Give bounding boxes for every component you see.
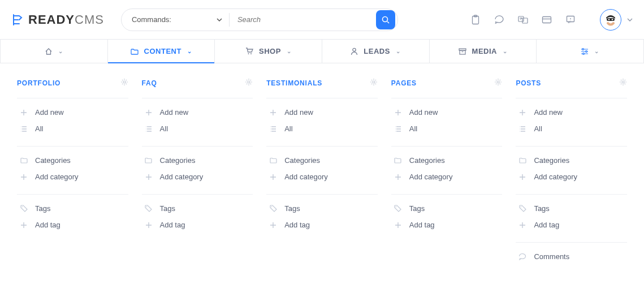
posts-add-category[interactable]: Add category bbox=[516, 169, 627, 185]
sliders-icon bbox=[581, 48, 589, 55]
posts-add-tag[interactable]: Add tag bbox=[516, 217, 627, 233]
testimonials-add-category[interactable]: Add category bbox=[266, 169, 378, 185]
testimonials-all[interactable]: All bbox=[266, 120, 378, 137]
folder-icon bbox=[19, 157, 28, 163]
column-title: PORTFOLIO bbox=[17, 79, 60, 87]
faq-tags[interactable]: Tags bbox=[142, 200, 253, 217]
label: Add new bbox=[534, 108, 563, 117]
nav-media[interactable]: MEDIA ⌄ bbox=[430, 40, 537, 63]
logo[interactable]: READYCMS bbox=[11, 12, 104, 27]
pages-tags[interactable]: Tags bbox=[391, 200, 503, 217]
testimonials-categories[interactable]: Categories bbox=[266, 152, 378, 169]
plus-icon bbox=[144, 109, 153, 116]
gear-icon[interactable] bbox=[494, 78, 502, 88]
folder-icon bbox=[518, 157, 527, 163]
label: Add new bbox=[35, 108, 64, 117]
faq-add-category[interactable]: Add category bbox=[142, 169, 253, 185]
commands-label: Commands: bbox=[132, 15, 171, 24]
pages-add-new[interactable]: Add new bbox=[391, 104, 503, 120]
nav-leads-label: LEADS bbox=[364, 47, 390, 55]
list-icon bbox=[19, 126, 28, 132]
posts-tags[interactable]: Tags bbox=[516, 200, 627, 217]
column-portfolio: PORTFOLIO Add new All Categories Add cat… bbox=[10, 74, 135, 278]
plus-icon bbox=[394, 109, 403, 116]
plus-icon bbox=[19, 174, 28, 180]
portfolio-add-tag[interactable]: Add tag bbox=[17, 217, 128, 233]
plus-icon bbox=[19, 109, 28, 116]
label: Comments bbox=[534, 252, 569, 261]
gear-icon[interactable] bbox=[619, 78, 627, 88]
faq-add-tag[interactable]: Add tag bbox=[142, 217, 253, 233]
nav-shop[interactable]: SHOP ⌄ bbox=[215, 40, 322, 63]
nav-content[interactable]: CONTENT ⌄ bbox=[108, 40, 215, 63]
label: Categories bbox=[160, 156, 196, 165]
search-input[interactable] bbox=[230, 15, 376, 24]
posts-add-new[interactable]: Add new bbox=[516, 104, 627, 120]
card-icon[interactable] bbox=[541, 14, 552, 25]
chat-icon[interactable] bbox=[494, 14, 505, 25]
label: Tags bbox=[160, 204, 175, 213]
tag-icon bbox=[518, 205, 527, 212]
posts-all[interactable]: All bbox=[516, 120, 627, 137]
pages-categories[interactable]: Categories bbox=[391, 152, 503, 169]
commands-dropdown[interactable]: Commands: bbox=[122, 15, 229, 24]
faq-categories[interactable]: Categories bbox=[142, 152, 253, 169]
label: Add tag bbox=[534, 221, 559, 229]
faq-all[interactable]: All bbox=[142, 120, 253, 137]
column-title: FAQ bbox=[142, 79, 157, 87]
column-posts: POSTS Add new All Categories Add categor… bbox=[509, 74, 634, 278]
portfolio-all[interactable]: All bbox=[17, 120, 128, 137]
label: Add category bbox=[284, 173, 328, 181]
nav-home[interactable]: ⌄ bbox=[0, 40, 108, 63]
testimonials-tags[interactable]: Tags bbox=[266, 200, 378, 217]
archive-icon bbox=[459, 48, 466, 55]
gear-icon[interactable] bbox=[120, 78, 128, 88]
chevron-down-icon: ⌄ bbox=[287, 48, 292, 54]
svg-rect-7 bbox=[607, 18, 615, 21]
search-button[interactable] bbox=[376, 10, 395, 29]
home-icon bbox=[45, 48, 53, 55]
portfolio-tags[interactable]: Tags bbox=[17, 200, 128, 217]
plus-icon bbox=[394, 174, 403, 180]
translate-icon[interactable] bbox=[517, 14, 529, 25]
pages-add-tag[interactable]: Add tag bbox=[391, 217, 503, 233]
plus-icon bbox=[518, 174, 527, 180]
chevron-down-icon bbox=[217, 17, 222, 23]
user-menu[interactable] bbox=[600, 9, 633, 31]
tag-icon bbox=[394, 205, 403, 212]
svg-point-18 bbox=[123, 81, 126, 83]
gear-icon[interactable] bbox=[370, 78, 378, 88]
column-title: PAGES bbox=[391, 79, 417, 87]
faq-add-new[interactable]: Add new bbox=[142, 104, 253, 120]
column-title: TESTIMONIALS bbox=[266, 79, 322, 87]
pages-all[interactable]: All bbox=[391, 120, 503, 137]
folder-icon bbox=[144, 157, 153, 163]
svg-point-23 bbox=[271, 206, 272, 208]
plus-icon bbox=[19, 222, 28, 229]
portfolio-add-category[interactable]: Add category bbox=[17, 169, 128, 185]
posts-comments[interactable]: Comments bbox=[516, 248, 627, 265]
chevron-down-icon: ⌄ bbox=[187, 48, 192, 54]
nav-shop-label: SHOP bbox=[259, 47, 281, 55]
search-icon bbox=[382, 16, 390, 24]
nav-settings[interactable]: ⌄ bbox=[537, 40, 644, 63]
portfolio-add-new[interactable]: Add new bbox=[17, 104, 128, 120]
tag-icon bbox=[19, 205, 28, 212]
testimonials-add-tag[interactable]: Add tag bbox=[266, 217, 378, 233]
svg-point-19 bbox=[21, 206, 23, 208]
portfolio-categories[interactable]: Categories bbox=[17, 152, 128, 169]
chevron-down-icon: ⌄ bbox=[503, 48, 508, 54]
svg-point-20 bbox=[248, 81, 250, 83]
nav-leads[interactable]: LEADS ⌄ bbox=[322, 40, 430, 63]
pages-add-category[interactable]: Add category bbox=[391, 169, 503, 185]
clipboard-icon[interactable] bbox=[470, 14, 481, 25]
testimonials-add-new[interactable]: Add new bbox=[266, 104, 378, 120]
chevron-down-icon: ⌄ bbox=[58, 48, 63, 54]
feedback-icon[interactable] bbox=[565, 14, 576, 25]
svg-point-17 bbox=[583, 53, 585, 54]
label: All bbox=[35, 124, 43, 133]
gear-icon[interactable] bbox=[245, 78, 253, 88]
posts-categories[interactable]: Categories bbox=[516, 152, 627, 169]
svg-point-8 bbox=[608, 19, 610, 20]
label: Add tag bbox=[160, 221, 185, 229]
